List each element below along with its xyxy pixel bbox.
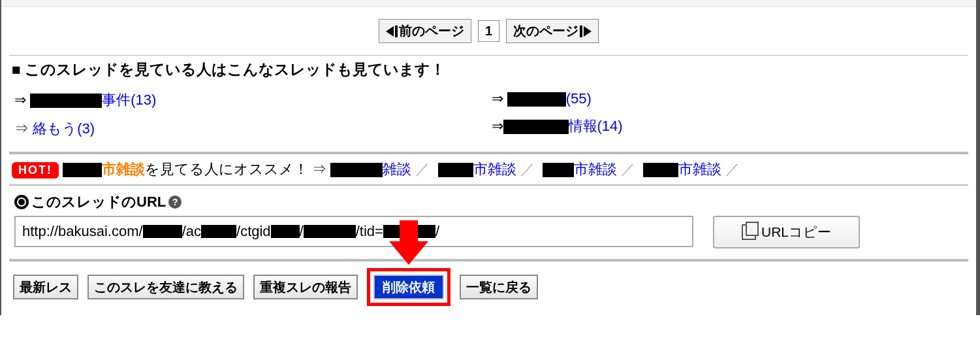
triangle-right-icon (584, 26, 592, 37)
dup-report-button[interactable]: 重複スレの報告 (253, 275, 358, 299)
related-item[interactable]: ⇒ 事件(13) (14, 90, 492, 110)
related-item[interactable]: ⇒情報(14) (492, 116, 969, 136)
hot-topic: 市雑談 (102, 161, 145, 177)
share-button[interactable]: このスレを友達に教える (87, 275, 244, 299)
hot-link[interactable]: 市雑談 (543, 161, 617, 177)
copy-icon (742, 224, 756, 240)
url-label: このスレッドのURL (31, 192, 166, 212)
help-icon[interactable]: ? (168, 196, 182, 209)
hot-rec-label: を見てる人にオススメ！ ⇒ (145, 161, 326, 177)
prev-page-button[interactable]: 前のページ (379, 19, 471, 43)
bar-icon (395, 26, 398, 37)
bar-icon (580, 26, 582, 37)
delete-request-button[interactable]: 削除依頼 (373, 275, 444, 299)
triangle-left-icon (386, 26, 394, 37)
back-to-list-button[interactable]: 一覧に戻る (460, 275, 538, 299)
related-heading: ■ このスレッドを見ている人はこんなスレッドも見ています！ (12, 60, 968, 80)
related-item[interactable]: ⇒ (55) (492, 90, 969, 107)
next-page-label: 次のページ (513, 22, 578, 40)
latest-button[interactable]: 最新レス (13, 275, 78, 299)
hot-badge: HOT! (12, 162, 59, 178)
url-field[interactable]: http://bakusai.com//ac/ctgid//tid=/ (14, 216, 693, 247)
hot-link[interactable]: 市雑談 (438, 161, 516, 177)
url-copy-button[interactable]: URLコピー (713, 216, 860, 248)
next-page-button[interactable]: 次のページ (506, 19, 599, 43)
url-copy-label: URLコピー (761, 223, 831, 241)
hot-link[interactable]: 雑談 (330, 161, 411, 177)
globe-icon (14, 195, 29, 209)
prev-page-label: 前のページ (399, 22, 464, 40)
hot-link[interactable]: 市雑談 (643, 161, 721, 177)
arrow-down-icon (389, 220, 428, 266)
page-number: 1 (478, 20, 499, 42)
related-item[interactable]: ⇒ 絡もう(3) (14, 119, 492, 139)
